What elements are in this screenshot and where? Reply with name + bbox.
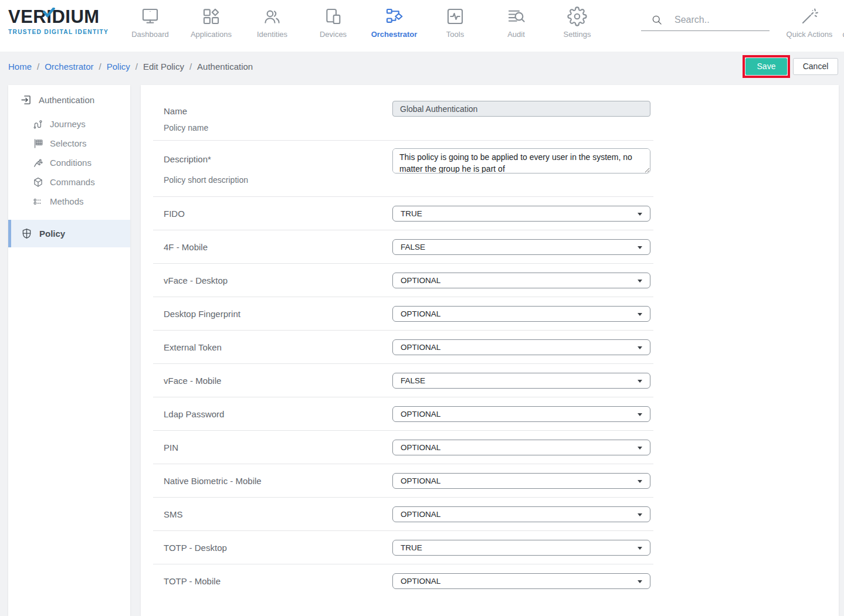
- page-actions: Save Cancel: [743, 55, 838, 78]
- method-select[interactable]: FALSE: [392, 239, 650, 255]
- method-row-fido: FIDOTRUE: [153, 197, 653, 230]
- applications-icon: [201, 6, 222, 27]
- search-icon: [651, 14, 663, 26]
- method-row-native-biometric---mobile: Native Biometric - MobileOPTIONAL: [153, 464, 653, 498]
- method-select[interactable]: OPTIONAL: [392, 406, 650, 422]
- chevron-down-icon: [638, 513, 642, 516]
- commands-icon: [32, 176, 44, 188]
- nav-item-label: Settings: [564, 30, 591, 39]
- nav-item-settings[interactable]: Settings: [547, 0, 608, 39]
- sidebar-item-methods[interactable]: Methods: [8, 192, 130, 211]
- top-navigation-bar: VERIDIUM TRUSTED DIGITAL IDENTITY Dashbo…: [0, 0, 844, 52]
- method-row-vface---mobile: vFace - MobileFALSE: [153, 364, 653, 397]
- nav-item-applications[interactable]: Applications: [181, 0, 242, 39]
- method-select[interactable]: OPTIONAL: [392, 473, 650, 489]
- description-field-label: Description*: [164, 154, 392, 164]
- nav-item-label: Audit: [507, 30, 525, 39]
- method-select[interactable]: TRUE: [392, 540, 650, 556]
- method-label: FIDO: [164, 209, 392, 219]
- method-select[interactable]: OPTIONAL: [392, 339, 650, 355]
- journeys-icon: [32, 118, 44, 130]
- method-select-value: OPTIONAL: [401, 343, 440, 352]
- method-select-value: OPTIONAL: [401, 477, 440, 485]
- method-select-value: OPTIONAL: [401, 410, 440, 418]
- user-menu[interactable]: david: [835, 0, 844, 39]
- method-select[interactable]: OPTIONAL: [392, 573, 650, 589]
- magic-wand-icon: [799, 6, 820, 27]
- nav-item-devices[interactable]: Devices: [303, 0, 364, 39]
- nav-item-tools[interactable]: Tools: [425, 0, 486, 39]
- method-label: vFace - Desktop: [164, 275, 392, 285]
- content-area: AuthenticationJourneysSelectorsCondition…: [0, 81, 844, 616]
- user-avatar-icon: [841, 6, 844, 27]
- brand-checkmark-icon: [43, 2, 55, 12]
- authentication-icon: [20, 94, 32, 106]
- method-label: SMS: [164, 509, 392, 519]
- chevron-down-icon: [638, 280, 642, 283]
- sidebar-item-label: Commands: [50, 177, 95, 187]
- chevron-down-icon: [638, 480, 642, 483]
- method-select-value: OPTIONAL: [401, 510, 440, 519]
- method-select[interactable]: OPTIONAL: [392, 273, 650, 288]
- devices-icon: [323, 6, 344, 27]
- sidebar-item-commands[interactable]: Commands: [8, 172, 130, 192]
- breadcrumb-bar: Home/Orchestrator/Policy/Edit Policy/Aut…: [0, 52, 844, 81]
- method-select[interactable]: OPTIONAL: [392, 440, 650, 455]
- policy-name-input[interactable]: [392, 101, 650, 117]
- breadcrumb-item-home[interactable]: Home: [8, 62, 32, 72]
- quick-actions-button[interactable]: Quick Actions: [784, 0, 835, 39]
- chevron-down-icon: [638, 346, 642, 349]
- sidebar-item-label: Journeys: [50, 119, 86, 129]
- method-select[interactable]: OPTIONAL: [392, 306, 650, 322]
- breadcrumb-separator: /: [189, 62, 192, 72]
- name-field-hint: Policy name: [164, 123, 392, 132]
- topbar-right-cluster: Quick Actions david: [784, 0, 844, 39]
- identities-icon: [262, 6, 283, 27]
- breadcrumb-separator: /: [99, 62, 101, 72]
- breadcrumb-item-policy[interactable]: Policy: [107, 62, 130, 72]
- conditions-icon: [32, 157, 44, 169]
- breadcrumb: Home/Orchestrator/Policy/Edit Policy/Aut…: [8, 62, 253, 72]
- sidebar-item-policy[interactable]: Policy: [8, 220, 130, 247]
- tools-icon: [445, 6, 466, 27]
- brand-logo[interactable]: VERIDIUM TRUSTED DIGITAL IDENTITY: [0, 0, 113, 35]
- nav-item-orchestrator[interactable]: Orchestrator: [364, 0, 425, 39]
- search-input[interactable]: [674, 15, 762, 25]
- policy-edit-form: Name Policy name Description* Policy sho…: [141, 85, 839, 616]
- nav-item-dashboard[interactable]: Dashboard: [120, 0, 181, 39]
- name-field-label: Name: [164, 106, 392, 116]
- audit-icon: [506, 6, 527, 27]
- search-box: [641, 14, 770, 31]
- nav-item-audit[interactable]: Audit: [486, 0, 547, 39]
- cancel-button[interactable]: Cancel: [793, 58, 838, 75]
- sidebar-item-authentication[interactable]: Authentication: [8, 85, 130, 106]
- sidebar-item-label: Conditions: [50, 158, 91, 168]
- sidebar-item-selectors[interactable]: Selectors: [8, 134, 130, 153]
- nav-item-identities[interactable]: Identities: [242, 0, 303, 39]
- nav-item-label: Tools: [446, 30, 464, 39]
- sidebar-item-journeys[interactable]: Journeys: [8, 114, 130, 134]
- method-select-value: TRUE: [401, 209, 422, 218]
- orchestrator-icon: [384, 6, 405, 27]
- breadcrumb-item-authentication: Authentication: [197, 62, 253, 72]
- dashboard-icon: [140, 6, 161, 27]
- breadcrumb-item-orchestrator[interactable]: Orchestrator: [45, 62, 93, 72]
- chevron-down-icon: [638, 246, 642, 249]
- sidebar-item-conditions[interactable]: Conditions: [8, 153, 130, 172]
- method-label: vFace - Mobile: [164, 376, 392, 386]
- method-select[interactable]: FALSE: [392, 373, 650, 389]
- sidebar: AuthenticationJourneysSelectorsCondition…: [8, 85, 130, 616]
- nav-item-label: Devices: [320, 30, 347, 39]
- save-highlight-annotation: Save: [743, 55, 790, 78]
- chevron-down-icon: [638, 447, 642, 450]
- method-label: Desktop Fingerprint: [164, 309, 392, 319]
- policy-description-textarea[interactable]: This policy is going to be applied to ev…: [392, 148, 650, 173]
- breadcrumb-separator: /: [37, 62, 39, 72]
- save-button[interactable]: Save: [745, 58, 787, 75]
- policy-shield-icon: [21, 227, 33, 240]
- method-label: External Token: [164, 342, 392, 352]
- method-select[interactable]: OPTIONAL: [392, 506, 650, 522]
- brand-wordmark: VERIDIUM: [8, 8, 113, 27]
- method-select[interactable]: TRUE: [392, 206, 650, 222]
- method-row-external-token: External TokenOPTIONAL: [153, 331, 653, 364]
